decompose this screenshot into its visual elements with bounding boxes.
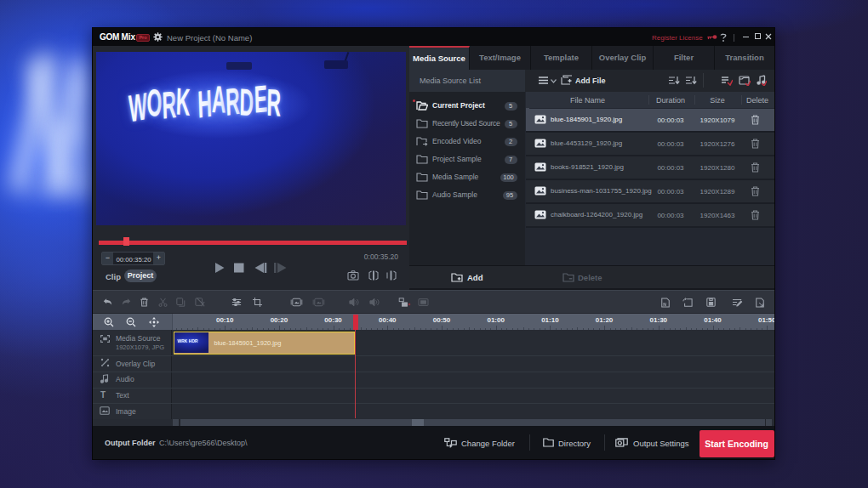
svg-text:N: N xyxy=(663,302,666,307)
